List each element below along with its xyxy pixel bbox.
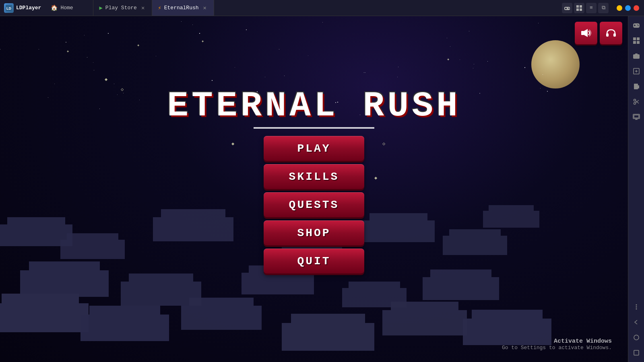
grid-btn[interactable] — [574, 3, 584, 13]
svg-rect-11 — [581, 31, 584, 35]
sidebar-icon-grid[interactable] — [630, 35, 642, 47]
tab-playstore-label: Play Store — [105, 5, 137, 11]
logo-icon: LD — [4, 3, 14, 13]
sidebar-icon-display[interactable] — [630, 111, 642, 123]
menu-btn[interactable]: ≡ — [586, 3, 597, 13]
svg-point-18 — [637, 25, 638, 25]
svg-rect-22 — [633, 41, 636, 44]
svg-rect-10 — [580, 8, 582, 11]
svg-rect-31 — [638, 85, 639, 88]
game-area: ✦ ✦ ✦ ✦ ◆ ◇ ◆ ◇ ◆ ◇ ◆ — [0, 16, 628, 362]
svg-point-6 — [569, 8, 570, 9]
svg-rect-21 — [637, 37, 640, 40]
svg-rect-47 — [634, 350, 639, 355]
svg-rect-7 — [576, 5, 579, 8]
restore-btn[interactable]: ⧉ — [598, 3, 609, 13]
game-content: ETERNAL RUSH PLAY SKILLS QUESTS SHOP QUI… — [0, 16, 628, 362]
svg-point-44 — [636, 306, 637, 308]
svg-rect-8 — [580, 5, 582, 8]
menu-buttons: PLAY SKILLS QUESTS SHOP QUIT — [264, 136, 364, 274]
sidebar-icon-camera[interactable] — [630, 50, 642, 62]
play-button[interactable]: PLAY — [264, 136, 364, 161]
tab-home-label: Home — [60, 5, 73, 11]
svg-rect-14 — [613, 33, 616, 37]
home-icon: 🏠 — [51, 4, 58, 11]
main-area: ✦ ✦ ✦ ✦ ◆ ◇ ◆ ◇ ◆ ◇ ◆ — [0, 16, 644, 362]
sidebar-icon-controller[interactable] — [630, 19, 642, 31]
quit-button[interactable]: QUIT — [264, 249, 364, 274]
titlebar: LD LDPlayer 🏠 Home ▶ Play Store ✕ ⚡ Eter… — [0, 0, 644, 16]
sidebar-icon-back[interactable] — [630, 316, 642, 328]
svg-rect-9 — [576, 8, 579, 11]
svg-rect-4 — [565, 8, 567, 9]
close-button[interactable] — [634, 5, 639, 11]
window-controls — [612, 5, 644, 11]
game-title: ETERNAL RUSH — [167, 88, 461, 129]
svg-rect-20 — [633, 37, 636, 40]
tab-playstore-close[interactable]: ✕ — [140, 4, 146, 12]
sidebar-icon-more[interactable] — [630, 301, 642, 313]
tab-eternalrush[interactable]: ⚡ EternalRush ✕ — [152, 0, 214, 16]
svg-point-36 — [634, 103, 636, 105]
tab-home[interactable]: 🏠 Home — [45, 0, 93, 16]
svg-point-46 — [634, 335, 639, 340]
svg-rect-26 — [635, 53, 638, 55]
sidebar-icon-square[interactable] — [630, 347, 642, 359]
svg-point-5 — [568, 8, 569, 8]
svg-point-19 — [638, 25, 639, 26]
minimize-button[interactable] — [617, 5, 622, 11]
svg-rect-23 — [637, 41, 640, 44]
sidebar-icon-resize[interactable] — [630, 65, 642, 77]
game-toolbar — [575, 22, 622, 44]
svg-rect-13 — [606, 33, 609, 37]
svg-rect-33 — [635, 86, 637, 86]
skills-button[interactable]: SKILLS — [264, 164, 364, 189]
titlebar-controls: ≡ ⧉ — [559, 3, 612, 13]
app-logo[interactable]: LD LDPlayer — [0, 3, 45, 13]
svg-point-45 — [636, 309, 637, 310]
svg-point-35 — [634, 99, 636, 101]
shop-button[interactable]: SHOP — [264, 220, 364, 245]
headset-button[interactable] — [600, 22, 622, 44]
app-name: LDPlayer — [16, 5, 41, 11]
sidebar-icon-scissors[interactable] — [630, 96, 642, 108]
controller-btn[interactable] — [562, 3, 572, 13]
svg-marker-12 — [584, 29, 588, 37]
tab-eternalrush-close[interactable]: ✕ — [202, 4, 208, 12]
right-sidebar — [628, 16, 644, 362]
tab-playstore[interactable]: ▶ Play Store ✕ — [93, 0, 152, 16]
tabs-area: 🏠 Home ▶ Play Store ✕ ⚡ EternalRush ✕ — [45, 0, 559, 16]
svg-text:LD: LD — [6, 6, 11, 10]
svg-point-43 — [636, 304, 637, 306]
tab-eternalrush-label: EternalRush — [164, 5, 199, 11]
svg-rect-17 — [634, 25, 636, 26]
svg-rect-34 — [635, 87, 636, 88]
quests-button[interactable]: QUESTS — [264, 192, 364, 217]
volume-button[interactable] — [575, 22, 597, 44]
sidebar-icon-circle[interactable] — [630, 331, 642, 343]
playstore-icon: ▶ — [99, 4, 102, 11]
sidebar-icon-apk[interactable] — [630, 80, 642, 93]
svg-rect-32 — [635, 85, 637, 85]
eternalrush-icon: ⚡ — [158, 4, 161, 11]
maximize-button[interactable] — [625, 5, 631, 11]
svg-rect-42 — [634, 115, 639, 118]
